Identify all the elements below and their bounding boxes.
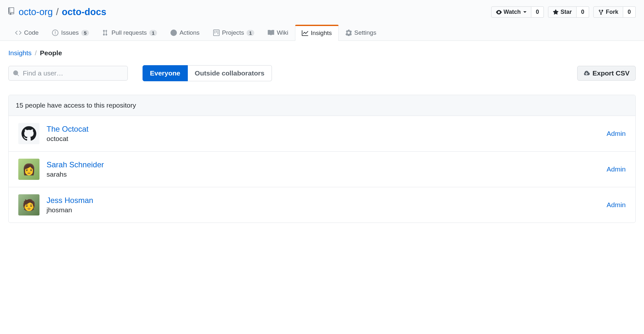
eye-icon <box>496 9 502 15</box>
git-pull-request-icon <box>102 30 109 36</box>
tab-settings[interactable]: Settings <box>339 25 383 40</box>
list-item: The Octocat octocat Admin <box>9 116 635 152</box>
cloud-download-icon <box>583 70 590 76</box>
filter-tabs: Everyone Outside collaborators <box>143 65 272 81</box>
breadcrumb-parent[interactable]: Insights <box>8 49 31 57</box>
repo-title: octo-org / octo-docs <box>8 7 106 17</box>
tab-pull-requests[interactable]: Pull requests 1 <box>96 25 164 40</box>
repo-icon <box>8 7 16 17</box>
people-panel: 15 people have access to this repository… <box>8 95 636 223</box>
role-link[interactable]: Admin <box>606 130 626 137</box>
fork-icon <box>598 9 604 15</box>
fork-count[interactable]: 0 <box>623 6 636 18</box>
person-name-link[interactable]: The Octocat <box>47 125 599 134</box>
gear-icon <box>345 30 352 36</box>
nav-label: Pull requests <box>111 29 147 36</box>
people-toolbar: Everyone Outside collaborators Export CS… <box>8 65 636 81</box>
tab-actions[interactable]: Actions <box>164 25 206 40</box>
people-summary: 15 people have access to this repository <box>9 95 635 116</box>
star-label: Star <box>561 9 572 15</box>
pulls-count: 1 <box>149 30 157 36</box>
nav-label: Code <box>24 29 39 36</box>
nav-label: Issues <box>61 29 79 36</box>
repo-owner-link[interactable]: octo-org <box>19 7 53 17</box>
graph-icon <box>302 30 308 36</box>
nav-label: Projects <box>222 29 244 36</box>
nav-label: Insights <box>311 30 332 37</box>
caret-down-icon <box>523 11 527 13</box>
issue-icon <box>52 30 58 36</box>
watch-count[interactable]: 0 <box>531 6 544 18</box>
avatar[interactable] <box>18 123 39 144</box>
avatar[interactable]: 👩 <box>18 159 39 180</box>
list-item: 🧑 Jess Hosman jhosman Admin <box>9 187 635 223</box>
repo-header: octo-org / octo-docs Watch 0 Star 0 <box>8 6 636 25</box>
role-link[interactable]: Admin <box>606 201 626 209</box>
person-name-link[interactable]: Jess Hosman <box>47 196 599 205</box>
filter-everyone[interactable]: Everyone <box>143 65 188 81</box>
export-label: Export CSV <box>592 69 630 77</box>
search-input[interactable] <box>8 66 128 81</box>
breadcrumb-current: People <box>40 49 62 57</box>
filter-outside-collaborators[interactable]: Outside collaborators <box>188 65 272 81</box>
star-icon <box>553 9 559 15</box>
nav-label: Wiki <box>277 29 288 36</box>
search-icon <box>13 70 19 76</box>
person-username: octocat <box>47 135 599 143</box>
person-name-link[interactable]: Sarah Schneider <box>47 160 599 169</box>
octocat-icon <box>22 126 36 141</box>
projects-count: 1 <box>247 30 254 36</box>
search-box <box>8 66 128 81</box>
person-username: jhosman <box>47 206 599 214</box>
nav-label: Actions <box>179 29 199 36</box>
fork-button[interactable]: Fork <box>593 6 623 18</box>
breadcrumb-separator: / <box>35 49 37 57</box>
breadcrumb: Insights / People <box>8 49 636 57</box>
repo-nav: Code Issues 5 Pull requests 1 Actions Pr… <box>8 25 636 40</box>
book-icon <box>268 30 274 36</box>
slash-separator: / <box>56 7 58 17</box>
watch-button[interactable]: Watch <box>491 6 531 18</box>
code-icon <box>15 30 22 36</box>
list-item: 👩 Sarah Schneider sarahs Admin <box>9 152 635 187</box>
fork-label: Fork <box>606 9 618 15</box>
tab-insights[interactable]: Insights <box>295 25 338 41</box>
star-count[interactable]: 0 <box>577 6 589 18</box>
export-csv-button[interactable]: Export CSV <box>577 66 636 81</box>
nav-label: Settings <box>354 29 377 36</box>
person-username: sarahs <box>47 171 599 178</box>
tab-issues[interactable]: Issues 5 <box>45 25 96 40</box>
play-icon <box>170 30 177 36</box>
star-button[interactable]: Star <box>548 6 577 18</box>
project-icon <box>213 30 220 36</box>
tab-projects[interactable]: Projects 1 <box>206 25 261 40</box>
avatar[interactable]: 🧑 <box>18 194 39 215</box>
role-link[interactable]: Admin <box>606 165 626 173</box>
issues-count: 5 <box>81 30 89 36</box>
watch-label: Watch <box>504 9 521 15</box>
repo-name-link[interactable]: octo-docs <box>62 7 106 17</box>
tab-code[interactable]: Code <box>8 25 45 40</box>
tab-wiki[interactable]: Wiki <box>261 25 295 40</box>
repo-action-buttons: Watch 0 Star 0 Fork 0 <box>491 6 636 18</box>
